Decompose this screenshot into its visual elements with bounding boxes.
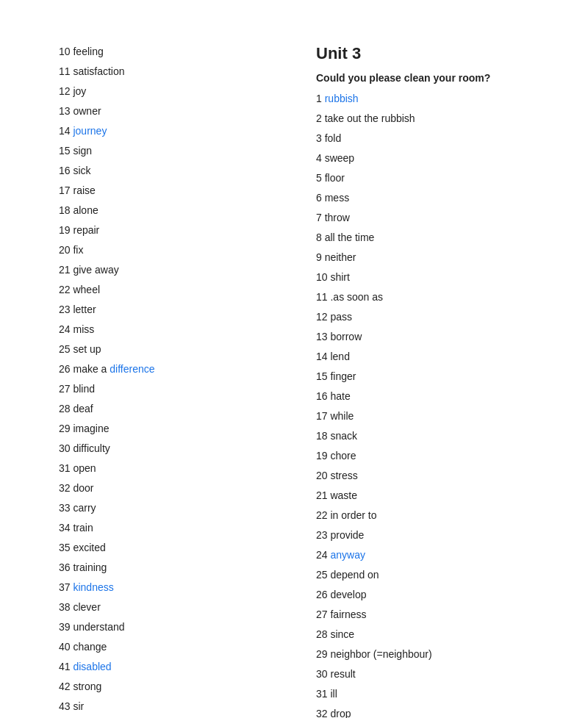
item-number: 16 bbox=[59, 165, 71, 176]
list-item: 18 snack bbox=[316, 428, 529, 444]
item-text: since bbox=[330, 628, 354, 640]
item-number: 29 bbox=[316, 648, 330, 660]
item-number: 32 bbox=[316, 708, 330, 718]
item-number: 3 bbox=[316, 132, 325, 144]
list-item: 15 finger bbox=[316, 369, 529, 384]
list-item: 27 blind bbox=[59, 381, 272, 397]
list-item: 37 kindness bbox=[59, 580, 272, 595]
list-item: 42 strong bbox=[59, 679, 272, 694]
item-text: finger bbox=[330, 370, 356, 382]
list-item: 8 all the time bbox=[316, 230, 529, 245]
item-number: 26 bbox=[316, 589, 330, 600]
item-text: satisfaction bbox=[71, 65, 125, 77]
item-text: drop bbox=[330, 708, 351, 718]
item-number: 5 bbox=[316, 172, 325, 184]
item-text: borrow bbox=[330, 331, 362, 342]
item-number: 21 bbox=[59, 264, 71, 276]
item-number: 20 bbox=[59, 244, 71, 256]
list-item: 21 waste bbox=[316, 488, 529, 503]
item-number: 6 bbox=[316, 192, 325, 204]
list-item: 41 disabled bbox=[59, 659, 272, 675]
item-text: understand bbox=[71, 621, 125, 633]
item-text: repair bbox=[71, 224, 100, 236]
section-title: Could you please clean your room? bbox=[316, 72, 529, 84]
item-number: 39 bbox=[59, 621, 71, 633]
item-number: 40 bbox=[59, 641, 71, 653]
item-text: raise bbox=[71, 184, 96, 196]
item-number: 27 bbox=[316, 608, 330, 620]
item-number: 35 bbox=[59, 542, 71, 553]
list-item: 20 stress bbox=[316, 468, 529, 484]
list-item: 13 owner bbox=[59, 104, 272, 119]
item-number: 43 bbox=[59, 700, 71, 712]
list-item: 35 excited bbox=[59, 540, 272, 556]
item-link[interactable]: difference bbox=[110, 363, 154, 375]
item-text: stress bbox=[330, 470, 357, 481]
item-text: door bbox=[71, 482, 94, 494]
item-number: 28 bbox=[316, 628, 330, 640]
item-number: 36 bbox=[59, 561, 71, 573]
item-link[interactable]: anyway bbox=[330, 549, 365, 561]
list-item: 22 in order to bbox=[316, 508, 529, 523]
item-text: waste bbox=[330, 489, 357, 501]
item-number: 41 bbox=[59, 661, 71, 672]
item-link[interactable]: journey bbox=[71, 125, 107, 137]
item-link[interactable]: rubbish bbox=[325, 93, 359, 104]
right-column: Unit 3Could you please clean your room?1… bbox=[316, 44, 529, 718]
item-number: 14 bbox=[59, 125, 71, 137]
list-item: 32 door bbox=[59, 481, 272, 496]
list-item: 31 open bbox=[59, 461, 272, 476]
list-item: 2 take out the rubbish bbox=[316, 111, 529, 126]
item-link[interactable]: disabled bbox=[71, 661, 112, 672]
item-text: make a bbox=[71, 363, 110, 375]
list-item: 34 train bbox=[59, 520, 272, 536]
item-number: 33 bbox=[59, 502, 71, 514]
list-item: 16 sick bbox=[59, 163, 272, 179]
list-item: 23 letter bbox=[59, 302, 272, 317]
item-link[interactable]: kindness bbox=[71, 581, 114, 593]
item-number: 15 bbox=[59, 145, 71, 157]
item-number: 11 bbox=[59, 65, 71, 77]
item-text: in order to bbox=[330, 509, 376, 521]
list-item: 10 shirt bbox=[316, 270, 529, 285]
item-number: 21 bbox=[316, 489, 330, 501]
list-item: 3 fold bbox=[316, 131, 529, 146]
item-text: mess bbox=[325, 192, 349, 204]
item-number: 20 bbox=[316, 470, 330, 481]
list-item: 11 .as soon as bbox=[316, 290, 529, 305]
item-text: neighbor (=neighbour) bbox=[330, 648, 431, 660]
item-text: imagine bbox=[71, 423, 110, 434]
item-number: 24 bbox=[59, 323, 71, 335]
item-text: floor bbox=[325, 172, 345, 184]
item-text: lend bbox=[330, 351, 349, 362]
list-item: 25 set up bbox=[59, 342, 272, 357]
list-item: 26 make a difference bbox=[59, 362, 272, 377]
item-text: excited bbox=[71, 542, 106, 553]
item-number: 14 bbox=[316, 351, 330, 362]
list-item: 13 borrow bbox=[316, 329, 529, 345]
main-container: 10 feeling11 satisfaction12 joy13 owner1… bbox=[59, 44, 529, 718]
item-text: sir bbox=[71, 700, 85, 712]
item-text: train bbox=[71, 522, 93, 534]
list-item: 20 fix bbox=[59, 243, 272, 258]
item-text: develop bbox=[330, 589, 366, 600]
list-item: 32 drop bbox=[316, 706, 529, 718]
item-number: 17 bbox=[59, 184, 71, 196]
item-number: 15 bbox=[316, 370, 330, 382]
list-item: 19 repair bbox=[59, 223, 272, 238]
item-text: joy bbox=[71, 85, 87, 97]
item-text: result bbox=[330, 668, 355, 680]
list-item: 25 depend on bbox=[316, 567, 529, 583]
left-column: 10 feeling11 satisfaction12 joy13 owner1… bbox=[59, 44, 272, 718]
item-text: take out the rubbish bbox=[325, 112, 415, 124]
list-item: 4 sweep bbox=[316, 151, 529, 166]
item-number: 26 bbox=[59, 363, 71, 375]
item-number: 12 bbox=[59, 85, 71, 97]
item-text: sweep bbox=[325, 152, 354, 164]
item-text: difficulty bbox=[71, 442, 110, 454]
item-number: 22 bbox=[59, 284, 71, 295]
list-item: 10 feeling bbox=[59, 44, 272, 60]
list-item: 15 sign bbox=[59, 143, 272, 159]
item-text: carry bbox=[71, 502, 96, 514]
item-text: owner bbox=[71, 105, 101, 117]
